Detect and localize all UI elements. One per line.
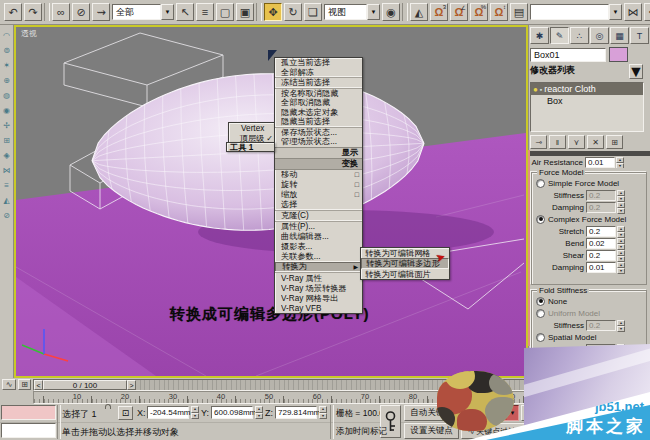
bend-field[interactable]: 0.02 [586, 238, 616, 249]
configure-modifier-sets-icon[interactable]: ⊞ [606, 135, 623, 149]
menu-item[interactable]: 摄影表... □ ▶ [275, 242, 362, 252]
align-icon[interactable]: ❖ [644, 3, 650, 21]
chevron-down-icon[interactable]: ▼ [629, 64, 643, 79]
menu-item[interactable]: 关联参数... □ ▶ [275, 252, 362, 262]
hierarchy-tab-icon[interactable]: ∴ [570, 27, 589, 44]
reactor-tool-icon[interactable]: ◈ [1, 149, 13, 161]
named-selection-value[interactable] [530, 4, 609, 20]
damping2-field[interactable]: 0.01 [586, 262, 616, 273]
spinner[interactable]: ▴▾ [191, 406, 199, 419]
reactor-tool-icon[interactable]: ⊞ [1, 134, 13, 146]
radio-label[interactable]: Uniform Model [548, 309, 600, 318]
scale-icon[interactable]: ❏ [304, 3, 322, 21]
viewport-label[interactable]: 透视 [21, 28, 37, 39]
menu-item[interactable]: 移动 □ ▶ [275, 170, 362, 180]
reactor-tool-icon[interactable]: ◠ [1, 29, 13, 41]
param-field[interactable]: 0.01 [585, 157, 615, 168]
spinner-snap-icon[interactable]: Ω↕ [490, 3, 508, 21]
quad-menu-item[interactable]: Vertex✓ [229, 123, 276, 133]
simple-force-model-radio[interactable] [536, 179, 545, 188]
previous-frame-icon[interactable]: < [34, 380, 43, 390]
selection-filter-combo[interactable]: 全部 ▼ [112, 4, 174, 20]
select-manipulate-icon[interactable]: ◭ [410, 3, 428, 21]
complex-force-model-radio[interactable] [536, 215, 545, 224]
menu-item[interactable]: 克隆(C) □ ▶ [275, 210, 362, 221]
shear-field[interactable]: 0.2 [586, 250, 616, 261]
radio-label[interactable]: Spatial Model [548, 333, 596, 342]
chevron-down-icon[interactable]: ▼ [367, 4, 380, 20]
maxscript-listener-pink[interactable] [1, 405, 56, 420]
z-coordinate-field[interactable]: 729.814mm [275, 406, 317, 419]
submenu-item[interactable]: 转换为可编辑面片 [361, 269, 449, 279]
reactor-tool-icon[interactable]: ◉ [1, 104, 13, 116]
modifier-list-label[interactable]: 修改器列表 [530, 64, 629, 79]
radio-label[interactable]: Simple Force Model [548, 179, 619, 188]
reactor-tool-icon[interactable]: ⊘ [1, 209, 13, 221]
spinner[interactable]: ▴▾ [617, 190, 625, 201]
object-name-field[interactable]: Box01 [530, 48, 606, 62]
spatial-model-radio[interactable] [536, 333, 545, 342]
menu-item[interactable]: V-Ray 属性 □ ▶ [275, 272, 362, 283]
motion-tab-icon[interactable]: ◎ [590, 27, 609, 44]
display-tab-icon[interactable]: ▦ [610, 27, 629, 44]
spinner[interactable]: ▴▾ [617, 202, 625, 213]
object-color-swatch[interactable] [609, 47, 628, 62]
grid-toggle-icon[interactable]: ⊞ [18, 379, 31, 390]
time-slider-handle[interactable]: 0 / 100 [43, 380, 127, 390]
rect-region-icon[interactable]: ▢ [216, 3, 234, 21]
reactor-tool-icon[interactable]: ◍ [1, 89, 13, 101]
move-icon[interactable]: ✥ [264, 3, 282, 21]
remove-modifier-icon[interactable]: ✕ [587, 135, 604, 149]
reactor-tool-icon[interactable]: ✢ [1, 119, 13, 131]
reactor-tool-icon[interactable]: ≡ [1, 179, 13, 191]
menu-item[interactable]: 缩放 □ ▶ [275, 190, 362, 200]
keyboard-override-icon[interactable]: ▤ [510, 3, 528, 21]
menu-item[interactable]: 选择 □ ▶ [275, 200, 362, 210]
stretch-field[interactable]: 0.2 [586, 226, 616, 237]
use-pivot-center-icon[interactable]: ◉ [382, 3, 400, 21]
add-time-tag[interactable]: 添加时间标记 [336, 426, 387, 438]
menu-item[interactable]: 转换为 □ ▶ [275, 262, 362, 273]
chevron-down-icon[interactable]: ▼ [161, 4, 174, 20]
reactor-tool-icon[interactable]: ⋈ [1, 164, 13, 176]
menu-item[interactable]: 曲线编辑器... □ ▶ [275, 232, 362, 242]
utilities-tab-icon[interactable]: T [630, 27, 649, 44]
make-unique-icon[interactable]: ⋎ [568, 135, 585, 149]
select-by-name-icon[interactable]: ≡ [196, 3, 214, 21]
percent-snap-icon[interactable]: Ω% [470, 3, 488, 21]
menu-item[interactable]: 属性(P)... □ ▶ [275, 221, 362, 232]
stiffness-field[interactable]: 0.2 [586, 190, 616, 201]
spinner[interactable]: ▴▾ [319, 406, 327, 419]
snap-toggle-3d-icon[interactable]: Ω3 [430, 3, 448, 21]
modifier-stack-row[interactable]: ● ▪ reactor Cloth [531, 83, 643, 95]
reference-coord-value[interactable]: 视图 [324, 4, 367, 20]
unlink-icon[interactable]: ⊘ [72, 3, 90, 21]
reactor-tool-icon[interactable]: ◭ [1, 194, 13, 206]
menu-item[interactable]: V-Ray VFB □ ▶ [275, 303, 362, 313]
reactor-tool-icon[interactable]: ⊚ [1, 44, 13, 56]
quad-menu-transform-title[interactable]: 变换 [275, 158, 362, 170]
spinner[interactable]: ▴▾ [617, 262, 625, 273]
radio-label[interactable]: Complex Force Model [548, 215, 626, 224]
rotate-icon[interactable]: ↻ [284, 3, 302, 21]
x-coordinate-field[interactable]: -204.54mm [147, 406, 189, 419]
spinner[interactable]: ▴▾ [617, 226, 625, 237]
y-coordinate-field[interactable]: 600.098mm [211, 406, 253, 419]
next-frame-icon[interactable]: > [127, 380, 136, 390]
select-object-icon[interactable]: ↖ [176, 3, 194, 21]
spinner[interactable]: ▴▾ [617, 250, 625, 261]
maxscript-listener-white[interactable] [1, 423, 56, 438]
select-and-link-icon[interactable]: ∞ [52, 3, 70, 21]
radio-label[interactable]: None [548, 297, 567, 306]
spinner[interactable]: ▴▾ [617, 320, 625, 331]
quad-menu-tools-title[interactable]: 工具 1 [226, 142, 275, 152]
show-end-result-icon[interactable]: ‖ [549, 135, 566, 149]
menu-item[interactable]: V-Ray 场景转换器 □ ▶ [275, 283, 362, 293]
angle-snap-icon[interactable]: Ω∠ [450, 3, 468, 21]
pin-stack-icon[interactable]: ⊸ [530, 135, 547, 149]
menu-item[interactable]: 管理场景状态... □ ▶ [275, 137, 362, 147]
mirror-icon[interactable]: ⋈ [624, 3, 642, 21]
settings-box-icon[interactable]: □ [355, 191, 359, 198]
settings-box-icon[interactable]: □ [355, 171, 359, 178]
mini-curve-editor-icon[interactable]: ∿ [2, 379, 16, 390]
